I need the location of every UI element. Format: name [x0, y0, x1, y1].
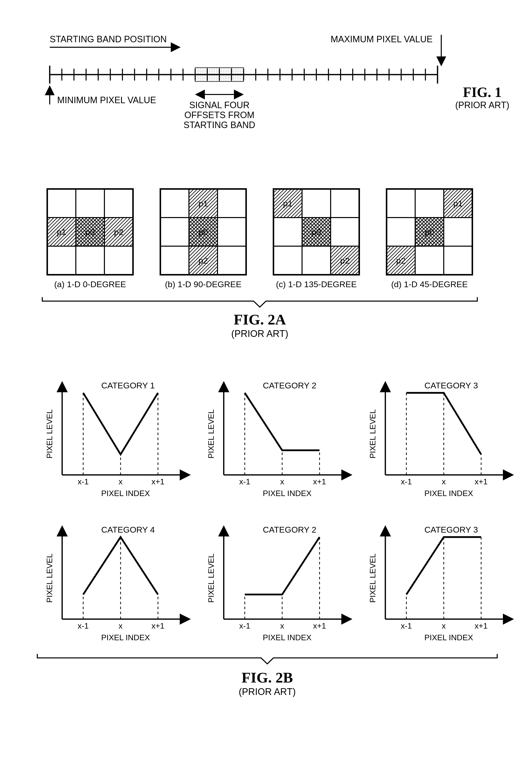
pixel-label: p2	[114, 227, 123, 237]
x-tick-label: x	[119, 477, 123, 486]
x-axis-label: PIXEL INDEX	[263, 489, 312, 498]
grid-cell	[331, 218, 359, 246]
category-plot: CATEGORY 2x-1xx+1PIXEL LEVELPIXEL INDEX	[207, 525, 350, 642]
fig2a-subtitle: (PRIOR ART)	[231, 328, 288, 339]
pixel-label: p1	[199, 199, 208, 208]
grid-caption: (b) 1-D 90-DEGREE	[165, 280, 242, 289]
grid-cell	[387, 218, 415, 246]
grid-cell	[104, 189, 133, 218]
y-axis-label: PIXEL LEVEL	[368, 409, 377, 458]
x-tick-label: x+1	[474, 621, 488, 630]
x-tick-label: x-1	[239, 477, 250, 486]
x-tick-label: x-1	[401, 477, 412, 486]
data-line	[83, 537, 158, 594]
data-line	[407, 537, 481, 594]
signal-offsets-label: OFFSETS FROM	[185, 110, 254, 120]
y-axis-label: PIXEL LEVEL	[207, 553, 216, 603]
plot-title: CATEGORY 3	[424, 525, 478, 534]
grid-cell	[218, 189, 246, 218]
data-line	[245, 393, 320, 450]
plot-title: CATEGORY 2	[263, 381, 316, 390]
fig-1: STARTING BAND POSITIONMAXIMUM PIXEL VALU…	[50, 34, 509, 130]
x-axis-label: PIXEL INDEX	[424, 633, 473, 642]
data-line	[245, 537, 320, 594]
max-pixel-label: MAXIMUM PIXEL VALUE	[331, 34, 433, 44]
y-axis-label: PIXEL LEVEL	[368, 553, 377, 603]
x-axis-label: PIXEL INDEX	[424, 489, 473, 498]
x-tick-label: x+1	[151, 621, 164, 630]
grid-caption: (d) 1-D 45-DEGREE	[391, 280, 468, 289]
x-axis-label: PIXEL INDEX	[263, 633, 312, 642]
grid-cell	[47, 189, 76, 218]
x-tick-label: x+1	[313, 477, 326, 486]
fig2a-title: FIG. 2A	[234, 311, 286, 328]
grid-cell	[104, 246, 133, 275]
category-plot: CATEGORY 4x-1xx+1PIXEL LEVELPIXEL INDEX	[45, 525, 189, 642]
eo-grid: p1p0p2(c) 1-D 135-DEGREE	[274, 189, 359, 289]
category-plot: CATEGORY 2x-1xx+1PIXEL LEVELPIXEL INDEX	[207, 381, 350, 498]
x-tick-label: x	[280, 621, 284, 630]
pixel-label: p1	[283, 199, 293, 208]
plot-title: CATEGORY 4	[101, 525, 154, 534]
x-tick-label: x	[442, 621, 446, 630]
eo-grid: p1p0p2(d) 1-D 45-DEGREE	[387, 189, 472, 289]
y-axis-label: PIXEL LEVEL	[45, 409, 54, 458]
grid-cell	[444, 218, 472, 246]
y-axis-label: PIXEL LEVEL	[207, 409, 216, 458]
grid-cell	[302, 189, 331, 218]
grid-caption: (c) 1-D 135-DEGREE	[276, 280, 357, 289]
plot-title: CATEGORY 1	[101, 381, 154, 390]
pixel-label: p0	[312, 227, 321, 237]
x-tick-label: x	[442, 477, 446, 486]
plot-title: CATEGORY 2	[263, 525, 316, 534]
category-plot: CATEGORY 3x-1xx+1PIXEL LEVELPIXEL INDEX	[368, 525, 512, 642]
grid-cell	[415, 246, 444, 275]
fig-2b: CATEGORY 1x-1xx+1PIXEL LEVELPIXEL INDEXC…	[37, 381, 512, 697]
grid-cell	[218, 246, 246, 275]
signal-offsets-label: SIGNAL FOUR	[189, 100, 249, 110]
fig1-subtitle: (PRIOR ART)	[455, 100, 509, 110]
grid-cell	[302, 246, 331, 275]
starting-band-label: STARTING BAND POSITION	[50, 34, 167, 44]
grid-cell	[274, 218, 302, 246]
patent-figure-page: STARTING BAND POSITIONMAXIMUM PIXEL VALU…	[0, 0, 532, 777]
x-tick-label: x-1	[239, 621, 250, 630]
x-tick-label: x-1	[78, 477, 89, 486]
x-axis-label: PIXEL INDEX	[101, 489, 150, 498]
grid-caption: (a) 1-D 0-DEGREE	[54, 280, 126, 289]
min-pixel-label: MINIMUM PIXEL VALUE	[57, 95, 156, 105]
grid-cell	[76, 189, 104, 218]
grid-cell	[387, 189, 415, 218]
eo-grid: p1p0p2(a) 1-D 0-DEGREE	[47, 189, 133, 289]
y-axis-label: PIXEL LEVEL	[45, 553, 54, 603]
fig-2a: p1p0p2(a) 1-D 0-DEGREEp1p0p2(b) 1-D 90-D…	[42, 189, 477, 339]
grid-cell	[47, 246, 76, 275]
brace	[37, 654, 497, 664]
pixel-label: p0	[199, 227, 208, 237]
brace	[42, 297, 477, 307]
grid-cell	[274, 246, 302, 275]
pixel-label: p0	[425, 227, 434, 237]
grid-cell	[444, 246, 472, 275]
plot-title: CATEGORY 3	[424, 381, 478, 390]
grid-cell	[76, 246, 104, 275]
fig2b-subtitle: (PRIOR ART)	[239, 686, 296, 697]
x-tick-label: x	[119, 621, 123, 630]
pixel-label: p0	[86, 227, 95, 237]
grid-cell	[331, 189, 359, 218]
x-tick-label: x	[280, 477, 284, 486]
grid-cell	[161, 218, 189, 246]
fig2b-title: FIG. 2B	[242, 669, 293, 686]
signal-offsets-label: STARTING BAND	[184, 120, 255, 130]
x-tick-label: x+1	[313, 621, 326, 630]
x-tick-label: x-1	[78, 621, 89, 630]
x-tick-label: x+1	[474, 477, 488, 486]
data-line	[83, 393, 158, 454]
x-tick-label: x+1	[151, 477, 164, 486]
grid-cell	[415, 189, 444, 218]
eo-grid: p1p0p2(b) 1-D 90-DEGREE	[161, 189, 246, 289]
pixel-label: p2	[340, 256, 350, 265]
pixel-label: p2	[199, 256, 208, 265]
category-plot: CATEGORY 1x-1xx+1PIXEL LEVELPIXEL INDEX	[45, 381, 189, 498]
pixel-label: p2	[396, 256, 406, 265]
